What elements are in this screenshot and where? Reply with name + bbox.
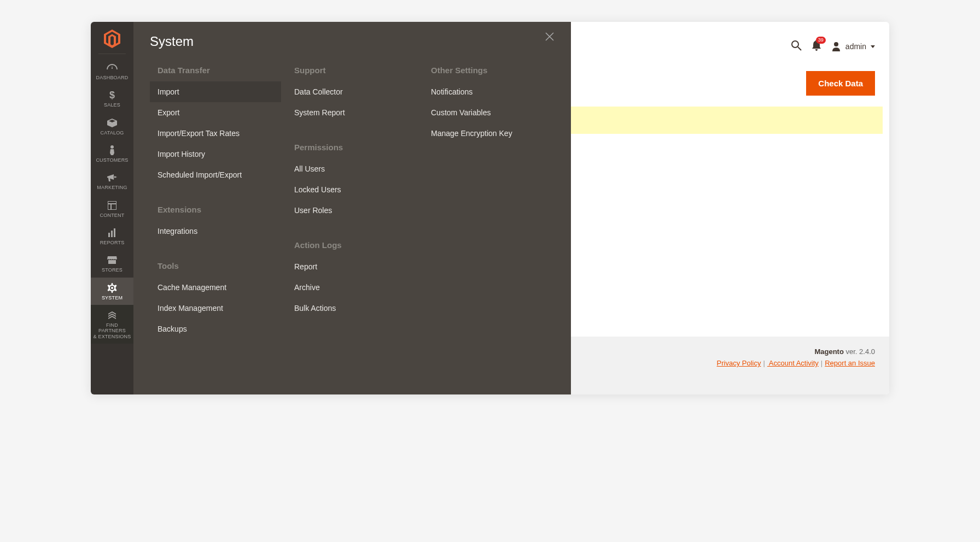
menu-scheduled-import-export[interactable]: Scheduled Import/Export [150, 164, 281, 185]
group-title-permissions: Permissions [294, 143, 418, 152]
nav-customers[interactable]: CUSTOMERS [91, 140, 133, 167]
flyout-col-2: Support Data Collector System Report Per… [287, 66, 418, 339]
nav-label: MARKETING [97, 185, 127, 190]
nav-label: CUSTOMERS [96, 157, 128, 163]
nav-stores[interactable]: STORES [91, 250, 133, 277]
bars-icon [107, 228, 118, 238]
menu-locked-users[interactable]: Locked Users [287, 179, 418, 200]
search-button[interactable] [791, 40, 802, 53]
menu-cache-management[interactable]: Cache Management [150, 277, 281, 298]
svg-rect-7 [114, 228, 115, 237]
account-activity-link[interactable]: Account Activity [767, 359, 819, 367]
menu-backups[interactable]: Backups [150, 319, 281, 339]
nav-label: CATALOG [100, 130, 124, 136]
gauge-icon [107, 63, 118, 73]
flyout-title: System [150, 34, 555, 49]
chevron-down-icon [871, 45, 875, 48]
nav-label: SALES [104, 102, 120, 108]
close-icon [545, 32, 555, 42]
svg-text:$: $ [109, 90, 115, 100]
store-icon [107, 255, 118, 265]
menu-index-management[interactable]: Index Management [150, 298, 281, 319]
admin-label: admin [845, 42, 866, 51]
menu-user-roles[interactable]: User Roles [287, 200, 418, 221]
notifications-badge: 39 [816, 37, 826, 44]
group-title-support: Support [294, 66, 418, 75]
menu-notifications[interactable]: Notifications [423, 81, 555, 102]
user-icon [831, 42, 841, 51]
check-data-button[interactable]: Check Data [806, 71, 875, 96]
flyout-col-1: Data Transfer Import Export Import/Expor… [150, 66, 281, 339]
nav-marketing[interactable]: MARKETING [91, 167, 133, 195]
flyout-col-3: Other Settings Notifications Custom Vari… [423, 66, 555, 339]
group-title-other-settings: Other Settings [431, 66, 555, 75]
svg-rect-6 [111, 231, 113, 237]
nav-label: DASHBOARD [96, 75, 129, 80]
menu-bulk-actions[interactable]: Bulk Actions [287, 298, 418, 319]
admin-dropdown[interactable]: admin [831, 42, 875, 51]
gear-icon [107, 283, 118, 293]
flyout-close-button[interactable] [545, 32, 558, 45]
report-issue-link[interactable]: Report an Issue [825, 359, 875, 367]
nav-catalog[interactable]: CATALOG [91, 113, 133, 140]
layout-icon [107, 201, 118, 210]
group-title-extensions: Extensions [158, 205, 281, 214]
group-title-action-logs: Action Logs [294, 240, 418, 250]
menu-import-export-tax-rates[interactable]: Import/Export Tax Rates [150, 123, 281, 144]
menu-archive[interactable]: Archive [287, 277, 418, 298]
menu-manage-encryption-key[interactable]: Manage Encryption Key [423, 123, 555, 144]
magento-logo [91, 22, 133, 54]
main-sidebar: DASHBOARD $ SALES CATALOG CUSTOMERS MARK… [91, 22, 133, 394]
dollar-icon: $ [107, 90, 118, 100]
box-icon [107, 118, 118, 128]
menu-integrations[interactable]: Integrations [150, 221, 281, 241]
menu-export[interactable]: Export [150, 102, 281, 123]
partners-icon [107, 310, 118, 320]
nav-sales[interactable]: $ SALES [91, 85, 133, 112]
nav-find-partners[interactable]: FIND PARTNERS & EXTENSIONS [91, 305, 133, 344]
menu-custom-variables[interactable]: Custom Variables [423, 102, 555, 123]
group-title-data-transfer: Data Transfer [158, 66, 281, 75]
menu-import-history[interactable]: Import History [150, 144, 281, 164]
nav-system[interactable]: SYSTEM [91, 278, 133, 305]
menu-all-users[interactable]: All Users [287, 158, 418, 179]
person-icon [107, 145, 118, 155]
nav-label: REPORTS [100, 240, 125, 245]
nav-label: STORES [102, 267, 122, 273]
system-flyout: System Data Transfer Import Export Impor… [133, 22, 571, 394]
nav-content[interactable]: CONTENT [91, 195, 133, 222]
nav-label: CONTENT [100, 213, 125, 218]
version-number: 2.4.0 [859, 347, 875, 356]
divider [98, 54, 126, 54]
nav-label: FIND PARTNERS & EXTENSIONS [93, 322, 131, 339]
magento-logo-icon [104, 30, 120, 48]
nav-label: SYSTEM [102, 295, 122, 301]
menu-system-report[interactable]: System Report [287, 102, 418, 123]
megaphone-icon [107, 173, 118, 182]
svg-point-8 [792, 41, 798, 48]
svg-point-1 [110, 145, 114, 149]
menu-data-collector[interactable]: Data Collector [287, 81, 418, 102]
nav-dashboard[interactable]: DASHBOARD [91, 57, 133, 85]
svg-rect-5 [108, 233, 110, 237]
nav-reports[interactable]: REPORTS [91, 222, 133, 250]
search-icon [791, 40, 802, 51]
svg-point-10 [834, 42, 838, 46]
menu-import[interactable]: Import [150, 81, 281, 102]
svg-rect-2 [108, 201, 116, 210]
brand-label: Magento [814, 347, 843, 356]
notifications-button[interactable]: 39 [812, 40, 821, 53]
svg-line-9 [798, 47, 801, 50]
privacy-policy-link[interactable]: Privacy Policy [717, 359, 761, 367]
menu-report[interactable]: Report [287, 256, 418, 277]
group-title-tools: Tools [158, 261, 281, 270]
